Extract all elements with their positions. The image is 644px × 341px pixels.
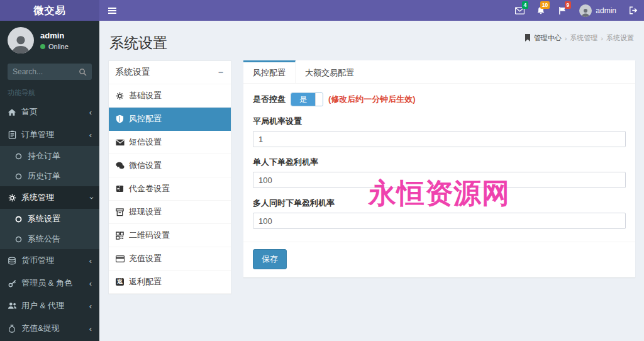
sidebar-section-label: 功能导航: [0, 82, 99, 101]
gear-icon: [115, 92, 125, 100]
sidebar-item-label: 首页: [21, 106, 38, 118]
tab-large-trade-config[interactable]: 大额交易配置: [296, 60, 364, 83]
sidebar-item-orders[interactable]: 订单管理 ‹: [0, 123, 99, 146]
navbar: 4 10 9 admin: [99, 0, 644, 21]
search-icon[interactable]: [79, 68, 87, 76]
sidebar-item-label: 系统管理: [21, 192, 54, 203]
chevron-left-icon: ‹: [89, 302, 92, 310]
home-icon: [8, 108, 16, 116]
notifications-badge: 10: [540, 1, 550, 9]
form-group-draw-rate: 平局机率设置: [253, 116, 626, 147]
qrcode-icon: [115, 232, 125, 240]
messages-button[interactable]: 4: [509, 0, 530, 21]
chevron-left-icon: ‹: [89, 325, 92, 333]
form-group-single-profit-rate: 单人下单盈利机率: [253, 157, 626, 188]
online-dot-icon: [40, 44, 45, 49]
tab-risk-config[interactable]: 风控配置: [243, 60, 296, 83]
sidebar-item-admins-roles[interactable]: 管理员 & 角色 ‹: [0, 272, 99, 294]
users-icon: [8, 302, 16, 310]
breadcrumb-separator: ›: [601, 35, 603, 42]
control-toggle-row: 是否控盘 是 (修改后约一分钟后生效): [253, 92, 626, 106]
sidebar-item-deposit-withdraw[interactable]: 充值&提现 ‹: [0, 317, 99, 340]
settings-item-wechat[interactable]: 微信设置: [109, 154, 231, 177]
user-menu[interactable]: admin: [573, 4, 623, 17]
toggle-handle[interactable]: [315, 93, 323, 106]
sidebar-item-currency[interactable]: 货币管理 ‹: [0, 249, 99, 272]
control-toggle-switch[interactable]: 是: [291, 92, 323, 106]
multi-profit-rate-input[interactable]: [253, 213, 626, 229]
breadcrumb-mid[interactable]: 系统管理: [570, 33, 597, 43]
topbar: 微交易 4 10 9 admin: [0, 0, 644, 21]
breadcrumb-root[interactable]: 管理中心: [534, 33, 562, 43]
save-button[interactable]: 保存: [253, 249, 287, 269]
sidebar-user-status[interactable]: Online: [40, 43, 69, 50]
settings-item-label: 基础设置: [129, 90, 162, 101]
search-input[interactable]: [13, 67, 79, 76]
sidebar-item-history-orders[interactable]: 历史订单: [0, 166, 99, 186]
settings-item-voucher[interactable]: 代金卷设置: [109, 177, 231, 201]
chevron-left-icon: ‹: [89, 257, 92, 265]
settings-item-label: 短信设置: [129, 137, 162, 148]
flags-button[interactable]: 9: [552, 0, 573, 21]
breadcrumb-separator: ›: [565, 35, 567, 42]
sidebar-item-users-agents[interactable]: 用户 & 代理 ‹: [0, 294, 99, 317]
sidebar-item-home[interactable]: 首页 ‹: [0, 101, 99, 123]
signout-button[interactable]: [623, 0, 644, 21]
field-label: 多人同时下单盈利机率: [253, 198, 626, 209]
settings-item-label: 返利配置: [129, 276, 162, 288]
flags-badge: 9: [565, 1, 572, 9]
signout-icon: [629, 6, 638, 14]
rebate-icon: 返: [115, 278, 125, 286]
circle-icon: [14, 236, 23, 243]
sidebar-item-label: 系统公告: [28, 233, 60, 245]
online-label: Online: [48, 43, 69, 50]
settings-item-qrcode[interactable]: 二维码设置: [109, 224, 231, 247]
circle-icon: [14, 153, 23, 160]
sidebar-user-name: admin: [40, 31, 69, 40]
sidebar-item-system[interactable]: 系统管理 ‹: [0, 186, 99, 209]
app-logo[interactable]: 微交易: [0, 0, 99, 21]
gear-icon: [8, 194, 16, 202]
settings-item-risk[interactable]: 风控配置: [109, 108, 231, 131]
sidebar-toggle-icon[interactable]: [99, 0, 125, 21]
sidebar-item-label: 持仓订单: [28, 150, 60, 162]
settings-item-recharge[interactable]: 充值设置: [109, 247, 231, 271]
box-icon: [115, 208, 125, 216]
toggle-on-label: 是: [291, 93, 315, 106]
chevron-left-icon: ‹: [89, 279, 92, 288]
envelope-icon: [115, 139, 125, 146]
sidebar-item-label: 充值&提现: [21, 323, 60, 334]
settings-item-rebate[interactable]: 返 返利配置: [109, 271, 231, 294]
chevron-left-icon: ‹: [89, 108, 92, 116]
control-toggle-label: 是否控盘: [253, 94, 286, 105]
tab-body: 是否控盘 是 (修改后约一分钟后生效) 平局机率设置 单: [243, 84, 635, 232]
settings-item-label: 微信设置: [129, 160, 162, 171]
messages-badge: 4: [522, 1, 529, 9]
user-avatar: [579, 4, 592, 17]
sidebar-user-panel: admin Online: [0, 21, 99, 60]
content-header: 系统设置 管理中心 › 系统管理 › 系统设置: [108, 26, 635, 58]
single-profit-rate-input[interactable]: [253, 172, 626, 188]
coins-icon: [8, 257, 16, 265]
comments-icon: [115, 162, 125, 169]
settings-item-label: 风控配置: [129, 113, 162, 125]
settings-item-label: 提现设置: [129, 206, 162, 218]
sidebar-search: [8, 64, 92, 80]
sidebar-item-open-orders[interactable]: 持仓订单: [0, 146, 99, 166]
sidebar-item-label: 历史订单: [28, 170, 60, 182]
navbar-right: 4 10 9 admin: [509, 0, 644, 21]
settings-item-withdraw[interactable]: 提现设置: [109, 201, 231, 224]
sidebar-item-system-settings[interactable]: 系统设置: [0, 209, 99, 229]
ticket-icon: [115, 185, 125, 193]
breadcrumb: 管理中心 › 系统管理 › 系统设置: [525, 33, 634, 43]
settings-item-basic[interactable]: 基础设置: [109, 84, 231, 108]
collapse-minus-icon[interactable]: −: [217, 67, 225, 77]
orders-icon: [8, 130, 16, 139]
settings-item-sms[interactable]: 短信设置: [109, 131, 231, 154]
page-title: 系统设置: [109, 33, 167, 53]
settings-menu-title: 系统设置: [115, 67, 150, 78]
notifications-button[interactable]: 10: [530, 0, 552, 21]
sidebar-item-system-announcement[interactable]: 系统公告: [0, 229, 99, 249]
draw-rate-input[interactable]: [253, 131, 626, 147]
sidebar-item-label: 订单管理: [21, 129, 54, 140]
